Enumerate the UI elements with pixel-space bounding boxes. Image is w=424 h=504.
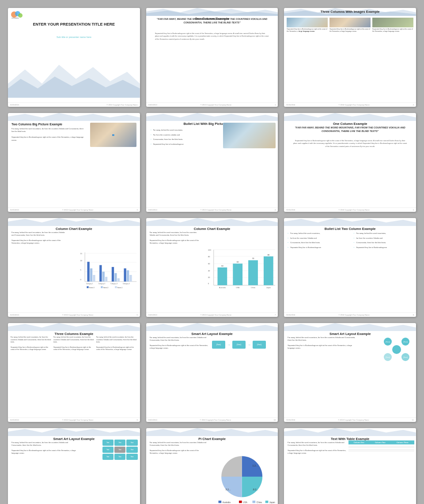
- svg-rect-90: [219, 500, 222, 503]
- slide-3-three-cols-images: Three Columns With Images Example Separa…: [284, 8, 416, 107]
- slide-1-subtitle: Sub title or presenter name here: [8, 36, 140, 38]
- slide-footer: 01/01/2013 © 2013 Copyright Your Company…: [8, 207, 140, 212]
- slide-body: Far away, behind the word mountains, far…: [11, 231, 67, 244]
- bullet-right-4: →Separated they live in Bookmarksgrove: [353, 246, 413, 249]
- slide-footer: 01/01/2013 © 2013 Copyright Your Company…: [8, 417, 140, 422]
- smart-art-radial: [Text] [Text] [Text] [Text]: [379, 333, 414, 366]
- top-deco: [8, 428, 140, 436]
- slide-title: Two Columns Big Picture Example: [11, 123, 84, 126]
- svg-marker-86: [146, 428, 278, 436]
- chart-container: 15 10 5 0: [76, 230, 137, 305]
- col-2: Far away, behind the word mountains, far…: [53, 336, 95, 351]
- svg-marker-72: [284, 218, 416, 226]
- svg-rect-40: [87, 286, 89, 288]
- svg-rect-42: [101, 286, 103, 288]
- svg-text:80: 80: [267, 254, 269, 256]
- slide-9-bullet-two-col: Bullet List Two Column Example →Far away…: [284, 218, 416, 317]
- slide-body: Far away, behind the word mountains, far…: [150, 336, 209, 350]
- svg-text:Category 3: Category 3: [111, 283, 118, 285]
- svg-marker-85: [8, 428, 140, 436]
- table-container: Column One Column Two Column Three: [348, 440, 414, 451]
- svg-text:Australia: Australia: [219, 287, 226, 289]
- grid-2-1: Text: [102, 447, 114, 453]
- top-deco: [284, 428, 416, 436]
- svg-text:name: name: [11, 19, 16, 19]
- slides-grid: company name ENTER YOUR PRESENTATION TIT…: [8, 8, 416, 504]
- bullet-left-2: →far from the countries Vokalia and: [287, 237, 347, 240]
- bullets-right: →Far away, behind the word mountains, →f…: [353, 232, 413, 251]
- slide-1-title: company name ENTER YOUR PRESENTATION TIT…: [8, 8, 140, 107]
- svg-text:3.2...: 3.2...: [226, 488, 231, 491]
- svg-text:50: 50: [221, 265, 223, 267]
- col-1-image: [287, 18, 328, 27]
- svg-rect-33: [124, 268, 126, 282]
- slide-left-col: Two Columns Big Picture Example Far away…: [11, 123, 84, 142]
- slide-body: Far away, behind the word mountains, far…: [150, 231, 202, 244]
- svg-rect-24: [87, 262, 90, 282]
- top-deco: [8, 218, 140, 226]
- table-row: [348, 450, 414, 451]
- grid-1-2: Text: [114, 440, 125, 446]
- grid-2-2: Text: [114, 447, 125, 453]
- top-deco: [8, 323, 140, 331]
- top-deco: [146, 113, 278, 121]
- svg-rect-35: [130, 275, 132, 282]
- svg-rect-30: [112, 267, 114, 282]
- slide-6-one-column-b: One Column Example "FAR FAR AWAY, BEHIND…: [284, 113, 416, 212]
- bullet-item-2: → Far from the countries vokalia and: [150, 134, 218, 136]
- smart-art-boxes: [Text] → [Text] → [Text]: [212, 341, 276, 349]
- svg-rect-92: [239, 500, 242, 503]
- slide-quote: "FAR FAR AWAY, BEHIND THE WORD MOUNTAINS…: [291, 126, 409, 133]
- slide-body: Far away, behind the word mountains, far…: [288, 441, 347, 455]
- grid-3-3: Text: [126, 454, 137, 460]
- slide-4-two-cols-big-picture: Two Columns Big Picture Example Far away…: [8, 113, 140, 212]
- svg-marker-12: [146, 113, 278, 121]
- svg-text:0: 0: [208, 282, 209, 285]
- col-3-text: Separated they live in Bookmarksgrove ri…: [372, 28, 413, 33]
- grid-3-1: Text: [102, 454, 114, 460]
- slide-13-smart-art-grid: Smart Art Layout Example Far away, behin…: [8, 428, 140, 504]
- slide-7-column-chart: Column Chart Example Far away, behind th…: [8, 218, 140, 317]
- svg-text:Category 2: Category 2: [98, 283, 106, 285]
- mountain-deco: [8, 60, 140, 98]
- slide-footer: 01/01/2013 © 2013 Copyright Your Company…: [284, 417, 416, 422]
- svg-text:China: China: [257, 501, 262, 504]
- slide-5-bullet-list-big-picture: Bullet List With Big Picture Example → F…: [146, 113, 278, 212]
- slide-12-smart-art-radial: Smart Art Layout Example Far away, behin…: [284, 323, 416, 422]
- svg-text:Category 1: Category 1: [86, 283, 93, 285]
- svg-rect-94: [253, 500, 256, 503]
- svg-marker-75: [284, 323, 416, 331]
- top-deco: [146, 8, 278, 16]
- bullet-arrow: →: [150, 138, 152, 140]
- svg-marker-14: [8, 218, 140, 226]
- slide-footer: 01/01/2013 © 2013 Copyright Your Company…: [146, 207, 278, 212]
- logo: company name: [11, 10, 22, 18]
- svg-rect-44: [115, 286, 117, 288]
- svg-rect-34: [127, 270, 129, 282]
- bullet-arrow: →: [150, 134, 152, 136]
- bullet-left-4: →Separated they live in Bookmarksgrove: [287, 246, 347, 249]
- slide-footer: 01/01/2013 © 2013 Copyright Your Company…: [284, 102, 416, 107]
- svg-text:.8.2...: .8.2...: [253, 488, 258, 491]
- svg-rect-62: [233, 263, 242, 285]
- data-table: Column One Column Two Column Three: [348, 440, 414, 451]
- smart-box-1: [Text]: [212, 341, 225, 349]
- three-cols: Far away, behind the word mountains, far…: [11, 336, 137, 351]
- svg-text:60: 60: [208, 263, 210, 265]
- slide-1-main-title: ENTER YOUR PRESENTATION TITLE HERE: [8, 22, 140, 27]
- bullet-left-3: →Consonantia, there live the blind texts…: [287, 241, 347, 244]
- svg-text:100: 100: [208, 249, 212, 251]
- bullet-arrow: →: [150, 143, 152, 145]
- svg-text:5: 5: [80, 269, 82, 271]
- svg-rect-27: [99, 265, 102, 282]
- slide-body: Separated they live in Bookmarksgrove ri…: [293, 139, 407, 148]
- svg-text:15: 15: [80, 252, 83, 255]
- svg-rect-29: [105, 277, 107, 282]
- arrow-1: →: [227, 343, 231, 347]
- slide-body: Separated they live in Bookmarksgrove ri…: [155, 32, 269, 41]
- svg-text:[Text]: [Text]: [403, 356, 408, 358]
- svg-marker-11: [8, 113, 140, 121]
- slide-footer: 01/01/2013 © 2013 Copyright Your Company…: [146, 312, 278, 317]
- pi-chart: 1.2... .8.2... 3.2... Australia USA Chin…: [207, 439, 277, 504]
- svg-rect-64: [248, 260, 258, 286]
